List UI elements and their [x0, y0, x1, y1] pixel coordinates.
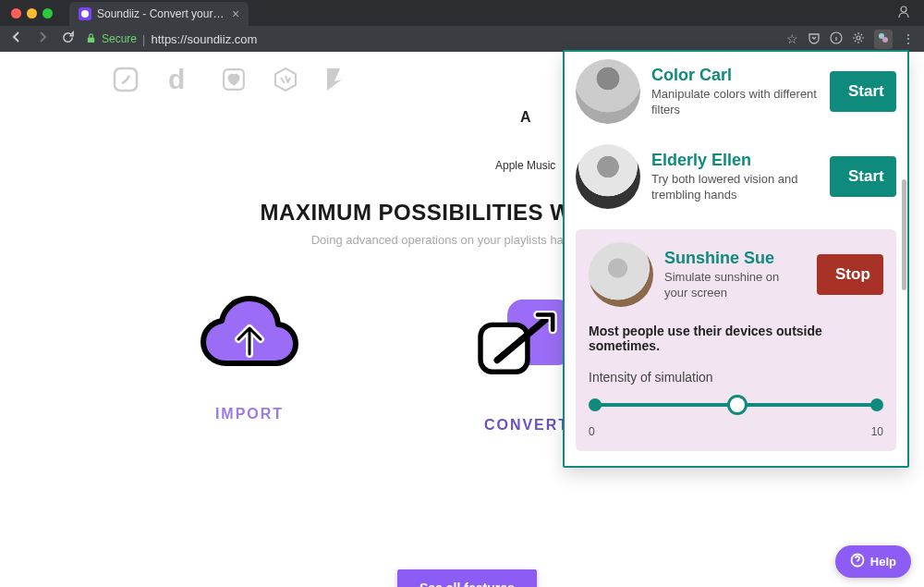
url-text: https://soundiiz.com — [151, 32, 257, 46]
secure-label: Secure — [102, 32, 137, 45]
scrollbar-thumb[interactable] — [902, 179, 906, 290]
slider-min-icon — [589, 398, 602, 411]
svg-text:d: d — [168, 65, 185, 94]
toolbar-actions: ☆ ⋮ — [786, 30, 915, 49]
popup-scrollbar[interactable] — [902, 61, 907, 457]
intensity-slider[interactable] — [589, 394, 883, 422]
svg-point-0 — [81, 10, 89, 18]
persona-desc: Simulate sunshine on your screen — [664, 270, 806, 301]
reload-button[interactable] — [61, 31, 75, 48]
persona-name: Elderly Ellen — [651, 151, 819, 170]
extension-popup: Color Carl Manipulate colors with differ… — [563, 50, 909, 468]
persona-desc: Try both lowered vision and trembling ha… — [651, 172, 819, 203]
persona-sunshine-sue: Sunshine Sue Simulate sunshine on your s… — [589, 242, 883, 307]
slider-range-labels: 0 10 — [589, 425, 883, 438]
deezer-icon: d — [166, 65, 196, 98]
browser-tab[interactable]: Soundiiz - Convert your music × — [69, 2, 249, 26]
info-icon[interactable] — [830, 31, 843, 47]
minimize-window-icon[interactable] — [27, 8, 37, 18]
persona-info: Elderly Ellen Try both lowered vision an… — [651, 151, 819, 203]
star-icon[interactable]: ☆ — [786, 31, 798, 46]
hexagon-icon — [272, 66, 299, 97]
help-button[interactable]: Help — [835, 545, 911, 578]
arrow-shape-icon — [325, 67, 346, 96]
svg-rect-2 — [88, 37, 94, 43]
help-question-icon — [850, 553, 865, 570]
svg-rect-12 — [480, 324, 528, 372]
slider-thumb[interactable] — [727, 395, 748, 415]
favicon-icon — [79, 7, 91, 20]
close-tab-icon[interactable]: × — [232, 6, 239, 21]
persona-name: Color Carl — [651, 66, 819, 85]
persona-info: Color Carl Manipulate colors with differ… — [651, 66, 819, 118]
settings-gear-icon[interactable] — [852, 31, 865, 47]
persona-elderly-ellen: Elderly Ellen Try both lowered vision an… — [576, 144, 896, 209]
feature-convert-label: CONVERT — [484, 417, 569, 434]
help-label: Help — [870, 555, 896, 569]
cloud-upload-icon — [194, 291, 305, 387]
svg-point-4 — [857, 36, 860, 40]
slider-min-label: 0 — [589, 425, 595, 438]
maximize-window-icon[interactable] — [43, 8, 53, 18]
persona-color-carl: Color Carl Manipulate colors with differ… — [576, 59, 896, 124]
svg-marker-10 — [275, 68, 296, 91]
heart-icon — [222, 67, 246, 95]
browser-toolbar: Secure | https://soundiiz.com ☆ ⋮ — [0, 26, 924, 52]
slider-label: Intensity of simulation — [589, 370, 883, 385]
avatar — [576, 59, 640, 124]
feature-import: IMPORT — [157, 291, 342, 434]
tab-bar: Soundiiz - Convert your music × — [0, 0, 924, 26]
start-button-ellen[interactable]: Start — [830, 156, 896, 197]
extension-icon[interactable] — [874, 30, 893, 49]
close-window-icon[interactable] — [11, 8, 21, 18]
window-controls[interactable] — [11, 8, 53, 18]
svg-point-6 — [882, 37, 888, 43]
stop-button-sue[interactable]: Stop — [817, 254, 883, 295]
persona-info: Sunshine Sue Simulate sunshine on your s… — [664, 249, 806, 301]
svg-point-1 — [901, 6, 906, 12]
apple-music-label: Apple Music — [495, 159, 555, 172]
tab-title: Soundiiz - Convert your music — [97, 7, 226, 20]
slider-max-label: 10 — [871, 425, 883, 438]
persona-active-card: Sunshine Sue Simulate sunshine on your s… — [576, 229, 896, 451]
persona-name: Sunshine Sue — [664, 249, 806, 268]
pocket-icon[interactable] — [808, 31, 821, 47]
forward-button[interactable] — [35, 30, 50, 48]
lock-icon — [86, 33, 96, 45]
persona-desc: Manipulate colors with different filters — [651, 87, 819, 118]
saavn-icon — [111, 65, 140, 98]
back-button[interactable] — [9, 30, 24, 48]
menu-kebab-icon[interactable]: ⋮ — [902, 31, 915, 46]
address-bar[interactable]: Secure | https://soundiiz.com — [86, 32, 775, 46]
start-button-carl[interactable]: Start — [830, 71, 896, 112]
active-persona-description: Most people use their devices outside so… — [589, 324, 883, 353]
avatar — [589, 242, 653, 307]
apple-music-glyph: A — [495, 109, 555, 126]
apple-music-service[interactable]: A Apple Music — [495, 109, 555, 172]
see-all-features-button[interactable]: See all features — [397, 569, 537, 587]
feature-import-label: IMPORT — [215, 406, 284, 422]
slider-max-icon — [870, 398, 883, 411]
avatar — [576, 144, 640, 209]
browser-chrome: Soundiiz - Convert your music × Secure |… — [0, 0, 924, 52]
profile-icon[interactable] — [896, 5, 917, 22]
